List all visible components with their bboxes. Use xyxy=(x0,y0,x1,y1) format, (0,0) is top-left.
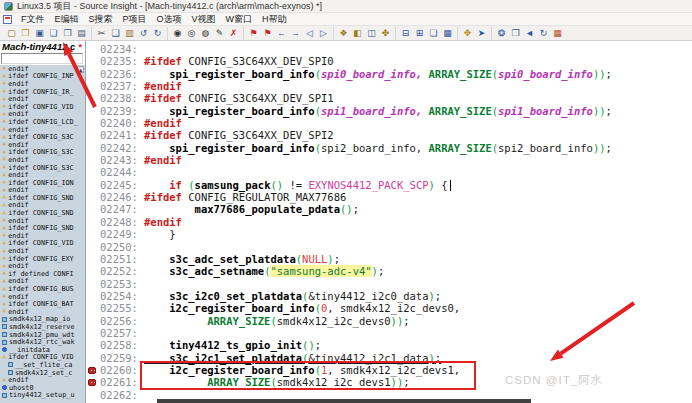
preprocessor-icon: ✳ xyxy=(2,355,6,360)
code-line[interactable]: 02257: xyxy=(100,327,692,339)
code-editor[interactable]: 02234:02235:#ifdef CONFIG_S3C64XX_DEV_SP… xyxy=(86,41,692,403)
horizontal-scrollbar-thumb[interactable] xyxy=(157,399,531,403)
bookmark-button[interactable]: ⚑ xyxy=(247,27,260,40)
code-line[interactable]: 02246:#ifdef CONFIG_REGULATOR_MAX77686 xyxy=(100,191,692,203)
tile-horizontal-button[interactable]: ⊟ xyxy=(399,27,412,40)
line-number: 02245: xyxy=(100,179,138,191)
code-line[interactable]: 02236: spi_register_board_info(spi0_boar… xyxy=(100,68,692,80)
symbol-window: Mach-tiny4412.c * ▲ ✳endif✳ifdef CONFIG_… xyxy=(0,41,86,403)
project-window-button[interactable]: ✤ xyxy=(379,27,392,40)
lookup-references-button[interactable]: ❂ xyxy=(495,27,508,40)
code-line[interactable]: 02245: if (samsung_pack() != EXYNOS4412_… xyxy=(100,179,692,191)
context-help-button[interactable]: ➤ xyxy=(475,27,488,40)
generate-html-button[interactable]: ❒ xyxy=(509,27,522,40)
replace-button[interactable]: ✎ xyxy=(213,27,226,40)
code-text: #ifdef CONFIG_S3C64XX_DEV_SPI1 xyxy=(144,92,334,104)
code-line[interactable]: 02252: s3c_adc_setname("samsung-adc-v4")… xyxy=(100,265,692,277)
go-forward-button[interactable]: → xyxy=(289,27,302,40)
code-line[interactable]: 02244: xyxy=(100,166,692,178)
line-number: 02240: xyxy=(100,117,138,129)
line-number: 02251: xyxy=(100,253,138,265)
code-line[interactable]: 02260: i2c_register_board_info(1, smdk4x… xyxy=(100,364,692,376)
preprocessor-icon: ✳ xyxy=(2,142,6,147)
line-number: 02234: xyxy=(100,43,138,55)
menu-options[interactable]: O选项 xyxy=(153,13,186,26)
code-line[interactable]: 02237:#endif xyxy=(100,80,692,92)
synchronize-button[interactable]: ↻ xyxy=(537,27,550,40)
save-button[interactable]: ▣ xyxy=(33,27,46,40)
menu-view[interactable]: V视图 xyxy=(188,13,220,26)
line-number: 02260: xyxy=(100,364,138,376)
code-text: #ifdef CONFIG_REGULATOR_MAX77686 xyxy=(144,191,346,203)
menu-window[interactable]: W窗口 xyxy=(222,13,257,26)
paste-button[interactable]: ▥ xyxy=(123,27,136,40)
jump-callee-button[interactable]: ▷ xyxy=(317,27,330,40)
search-forward-button[interactable]: ◍ xyxy=(199,27,212,40)
save-all-button[interactable]: ❏ xyxy=(47,27,60,40)
sidebar-scroll-up-arrow[interactable]: ▲ xyxy=(77,66,84,73)
preprocessor-icon: ✳ xyxy=(2,157,6,162)
relation-window-button[interactable]: ◫ xyxy=(365,27,378,40)
new-file-button[interactable]: ▢ xyxy=(5,27,18,40)
options-button[interactable]: ▦ xyxy=(551,27,564,40)
copy-button[interactable]: ❑ xyxy=(109,27,122,40)
code-line[interactable]: 02234: xyxy=(100,43,692,55)
previous-view-button[interactable]: ◄ xyxy=(523,27,536,40)
code-line[interactable]: 02240:#endif xyxy=(100,117,692,129)
line-number: 02243: xyxy=(100,154,138,166)
search-in-files-button[interactable]: ◎ xyxy=(185,27,198,40)
code-line[interactable]: 02253: xyxy=(100,278,692,290)
code-line[interactable]: 02241:#ifdef CONFIG_S3C64XX_DEV_SPI2 xyxy=(100,129,692,141)
symbol-window-button[interactable]: ❖ xyxy=(337,27,350,40)
menu-help[interactable]: H帮助 xyxy=(258,13,291,26)
code-line[interactable]: 02247: max77686_populate_pdata(); xyxy=(100,203,692,215)
jump-caller-button[interactable]: ◁ xyxy=(303,27,316,40)
context-window-button[interactable]: ◧ xyxy=(351,27,364,40)
menu-edit[interactable]: E编辑 xyxy=(51,13,83,26)
code-line[interactable]: 02242: spi_register_board_info(spi2_boar… xyxy=(100,142,692,154)
search-button[interactable]: ◉ xyxy=(171,27,184,40)
code-line[interactable]: 02235:#ifdef CONFIG_S3C64XX_DEV_SPI0 xyxy=(100,55,692,67)
drag-scroll-button[interactable]: ✥ xyxy=(461,27,474,40)
code-line[interactable]: 02238:#ifdef CONFIG_S3C64XX_DEV_SPI1 xyxy=(100,92,692,104)
code-text: spi_register_board_info(spi2_board_info,… xyxy=(144,142,612,154)
goto-bookmark-button[interactable]: ⚑ xyxy=(261,27,274,40)
symbol-filter-input[interactable] xyxy=(1,53,83,64)
modified-line-marker[interactable] xyxy=(88,379,96,386)
navigate-group: ⚑⚑←→◁▷ xyxy=(243,27,333,40)
code-line[interactable]: 02239: spi_register_board_info(spi1_boar… xyxy=(100,105,692,117)
stop-search-button[interactable]: ✗ xyxy=(227,27,240,40)
code-line[interactable]: 02261: ARRAY_SIZE(smdk4x12_i2c_devs1)); xyxy=(100,376,692,388)
open-file-button[interactable]: ❐ xyxy=(19,27,32,40)
code-line[interactable]: 02251: s3c_adc_set_platdata(NULL); xyxy=(100,253,692,265)
code-line[interactable]: 02255: i2c_register_board_info(0, smdk4x… xyxy=(100,302,692,314)
menu-project[interactable]: P项目 xyxy=(119,13,151,26)
code-text: spi_register_board_info(spi0_board_info,… xyxy=(144,68,612,80)
go-back-button[interactable]: ← xyxy=(275,27,288,40)
symbol-item[interactable]: tiny4412_setup_u xyxy=(0,392,85,400)
main-area: Mach-tiny4412.c * ▲ ✳endif✳ifdef CONFIG_… xyxy=(0,41,692,403)
code-text: #endif xyxy=(144,216,182,228)
tile-vertical-button[interactable]: ⊞ xyxy=(413,27,426,40)
code-line[interactable]: 02258: tiny4412_ts_gpio_init(); xyxy=(100,339,692,351)
cut-button[interactable]: ✂ xyxy=(95,27,108,40)
line-number: 02248: xyxy=(100,216,138,228)
cascade-windows-button[interactable]: ❏ xyxy=(427,27,440,40)
code-line[interactable]: 02248:#endif xyxy=(100,216,692,228)
code-line[interactable]: 02256: ARRAY_SIZE(smdk4x12_i2c_devs0)); xyxy=(100,315,692,327)
redo-button[interactable]: ↻ xyxy=(151,27,164,40)
menu-file[interactable]: F文件 xyxy=(17,13,49,26)
file-tab[interactable]: Mach-tiny4412.c * xyxy=(0,41,85,53)
modified-line-marker[interactable] xyxy=(88,367,96,374)
arrange-windows-button[interactable]: ▦ xyxy=(441,27,454,40)
preprocessor-icon: ✳ xyxy=(2,127,6,132)
code-line[interactable]: 02249: } xyxy=(100,228,692,240)
code-line[interactable]: 02250: xyxy=(100,241,692,253)
code-line[interactable]: 02243:#endif xyxy=(100,154,692,166)
print-button[interactable]: ▤ xyxy=(75,27,88,40)
save-copy-button[interactable]: ❒ xyxy=(61,27,74,40)
code-line[interactable]: 02254: s3c_i2c0_set_platdata(&tiny4412_i… xyxy=(100,290,692,302)
undo-button[interactable]: ↺ xyxy=(137,27,150,40)
menu-search[interactable]: S搜索 xyxy=(85,13,117,26)
code-line[interactable]: 02259: s3c_i2c1_set_platdata(&tiny4412_i… xyxy=(100,352,692,364)
